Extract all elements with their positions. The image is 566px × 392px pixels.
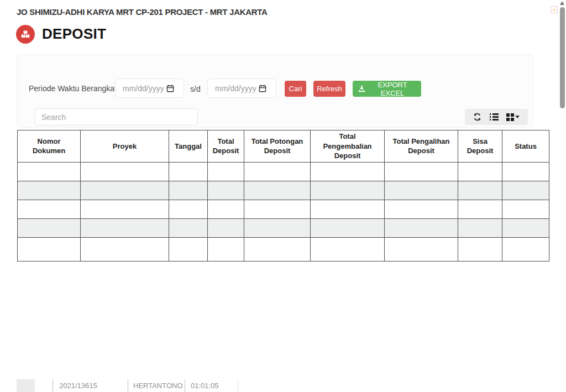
table-cell (18, 200, 81, 218)
period-label: Periode Waktu Berangkat : (29, 84, 121, 93)
table-cell (81, 237, 169, 261)
table-row (18, 237, 549, 261)
table-cell (208, 162, 244, 181)
export-excel-button[interactable]: EXPORT EXCEL (353, 81, 421, 97)
table-cell (311, 162, 385, 181)
table-cell (169, 200, 208, 218)
scrollbar-thumb[interactable] (560, 7, 565, 108)
table-cell (458, 237, 502, 261)
table-cell (208, 200, 244, 218)
table-cell (81, 162, 169, 181)
table-cell (208, 181, 244, 200)
grid-view-icon[interactable] (506, 113, 520, 121)
column-header: Total Pengembalian Deposit (311, 130, 385, 163)
table-cell (458, 162, 502, 181)
deposit-logo (16, 25, 35, 44)
column-header: Status (502, 130, 549, 163)
table-cell (169, 181, 208, 200)
partial-row-cell (17, 379, 35, 392)
download-icon (358, 85, 365, 92)
column-header: Tanggal (169, 130, 208, 163)
table-row (18, 162, 549, 181)
divider (185, 380, 185, 392)
table-cell (385, 218, 458, 237)
calendar-icon[interactable] (259, 85, 266, 92)
refresh-icon[interactable] (473, 113, 481, 121)
table-cell (18, 218, 81, 237)
cari-button[interactable]: Cari (285, 81, 306, 97)
table-row (18, 200, 549, 218)
search-input[interactable] (35, 108, 198, 126)
table-cell (18, 237, 81, 261)
table-cell (18, 162, 81, 181)
table-cell (502, 200, 549, 218)
table-body (18, 162, 549, 261)
table-cell (385, 162, 458, 181)
divider (53, 380, 53, 392)
table-cell (385, 200, 458, 218)
table-cell (208, 218, 244, 237)
table-cell (244, 218, 311, 237)
table-cell (81, 181, 169, 200)
range-separator: s/d (190, 85, 201, 93)
date-to-input[interactable] (208, 84, 259, 93)
table-row (18, 218, 549, 237)
table-cell (81, 200, 169, 218)
refresh-button[interactable]: Refresh (313, 81, 345, 97)
table-cell (502, 237, 549, 261)
table-cell (502, 181, 549, 200)
partial-document-number: 2021/13615 (59, 381, 97, 390)
column-header: Total Potongan Deposit (244, 130, 311, 163)
column-header: Total Deposit (208, 130, 244, 163)
table-cell (244, 237, 311, 261)
column-header: Proyek (81, 130, 169, 163)
table-cell (458, 181, 502, 200)
date-from-field[interactable] (115, 79, 184, 98)
chevron-down-icon (515, 116, 520, 118)
table-cell (169, 237, 208, 261)
date-to-field[interactable] (207, 79, 276, 98)
table-cell (502, 162, 549, 181)
table-cell (169, 162, 208, 181)
deposit-table: Nomor DokumenProyekTanggalTotal DepositT… (17, 130, 549, 262)
boxes-icon (19, 28, 32, 40)
table-cell (385, 181, 458, 200)
partial-time: 01:01:05 (191, 381, 219, 390)
table-cell (502, 218, 549, 237)
table-row (18, 181, 549, 200)
column-header: Total Pengalihan Deposit (385, 130, 458, 163)
table-cell (244, 162, 311, 181)
broken-image-icon (551, 6, 558, 13)
table-cell (311, 200, 385, 218)
page-title: DEPOSIT (42, 25, 106, 43)
date-from-input[interactable] (116, 84, 166, 93)
table-cell (18, 181, 81, 200)
table-cell (458, 200, 502, 218)
project-title: JO SHIMIZU-ADHI KARYA MRT CP-201 PROJECT… (17, 7, 268, 17)
scrollbar-up-arrow[interactable] (560, 1, 564, 5)
list-view-icon[interactable] (490, 113, 499, 121)
table-cell (208, 237, 244, 261)
table-cell (311, 237, 385, 261)
column-header: Sisa Deposit (458, 130, 502, 163)
table-cell (169, 218, 208, 237)
table-cell (385, 237, 458, 261)
divider (238, 380, 238, 392)
partial-user-name: HERTANTONO (133, 381, 183, 390)
table-cell (244, 200, 311, 218)
table-header-row: Nomor DokumenProyekTanggalTotal DepositT… (18, 130, 549, 163)
table-cell (244, 181, 311, 200)
table-cell (311, 218, 385, 237)
table-cell (311, 181, 385, 200)
table-cell (458, 218, 502, 237)
export-excel-label: EXPORT EXCEL (369, 81, 416, 97)
calendar-icon[interactable] (166, 85, 174, 92)
table-cell (81, 218, 169, 237)
column-header: Nomor Dokumen (18, 130, 81, 163)
divider (128, 380, 128, 392)
view-toolbar (465, 109, 528, 125)
